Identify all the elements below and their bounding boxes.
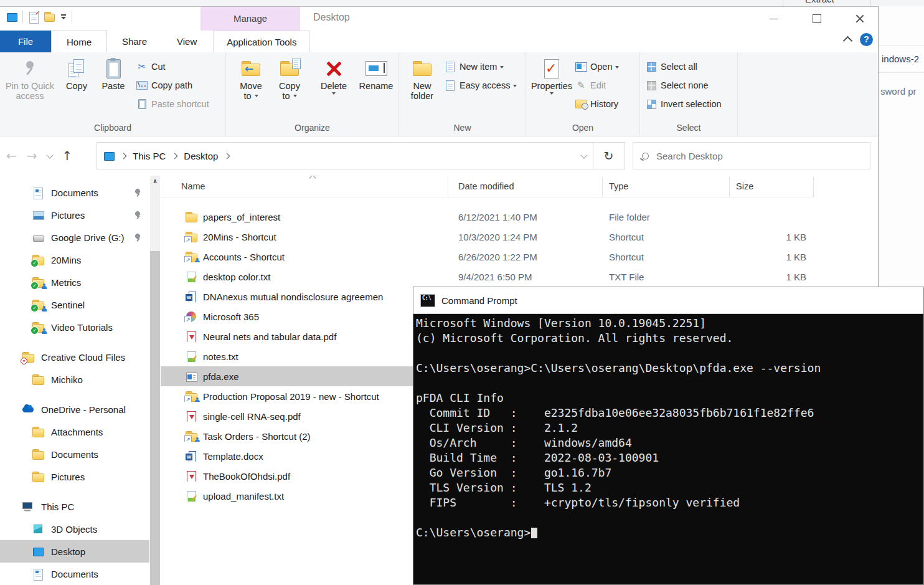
sidebar-item-label: Google Drive (G:) <box>51 232 125 243</box>
sidebar-item-3d-objects[interactable]: 3D Objects <box>0 518 149 540</box>
copy-button[interactable]: Copy <box>59 54 95 122</box>
rename-button[interactable]: Rename <box>356 54 397 122</box>
customize-qat-button[interactable] <box>60 13 67 21</box>
ribbon-group-clipboard: Pin to Quick access Copy Paste ✂ Cut <box>0 52 226 136</box>
collapse-ribbon-icon[interactable] <box>843 36 853 46</box>
window-title: Desktop <box>313 12 350 23</box>
sidebar-scrollbar[interactable]: ∧ <box>150 176 160 585</box>
folder-shortcut-icon: ↗ <box>186 232 198 242</box>
recent-locations-icon[interactable] <box>46 151 53 158</box>
command-prompt-title-bar[interactable]: Command Prompt <box>413 287 923 314</box>
sidebar-item-pictures[interactable]: Pictures <box>0 465 149 488</box>
open-button[interactable]: Open <box>575 59 619 74</box>
copy-path-button[interactable]: \.. Copy path <box>136 78 209 93</box>
copy-to-button[interactable]: Copy to <box>271 54 308 122</box>
invert-selection-button[interactable]: Invert selection <box>645 97 722 112</box>
file-row[interactable]: ↗20Mins - Shortcut10/3/2020 1:24 PMShort… <box>161 227 878 247</box>
sidebar-item-label: Video Tutorials <box>51 322 113 333</box>
tab-share[interactable]: Share <box>107 31 162 52</box>
sidebar-item-documents[interactable]: Documents <box>0 181 149 204</box>
ribbon-group-select: Select all Select none Invert selection … <box>640 52 738 136</box>
sidebar-item-creative-cloud-files[interactable]: ∞Creative Cloud Files <box>0 346 149 368</box>
divider <box>879 72 924 73</box>
sidebar-item-documents[interactable]: Documents <box>0 443 149 465</box>
tab-file[interactable]: File <box>0 31 51 52</box>
maximize-button[interactable] <box>810 12 824 26</box>
sidebar-item-label: Metrics <box>51 277 81 288</box>
search-box[interactable]: Search Desktop <box>633 142 870 169</box>
sidebar-item-onedrive-personal[interactable]: OneDrive - Personal <box>0 398 149 421</box>
forward-button[interactable]: → <box>27 148 37 163</box>
button-label: Copy <box>66 81 87 91</box>
properties-button[interactable]: ✓ Properties <box>529 54 575 122</box>
history-button[interactable]: History <box>575 97 619 112</box>
easy-access-button[interactable]: Easy access <box>444 78 517 93</box>
sidebar-item-documents[interactable]: Documents <box>0 563 149 585</box>
button-label: Select none <box>661 80 709 90</box>
file-name-cell: desktop color.txt <box>161 272 448 282</box>
select-all-button[interactable]: Select all <box>645 59 722 74</box>
sidebar-item-this-pc[interactable]: This PC <box>0 495 149 518</box>
file-name: Accounts - Shortcut <box>203 252 285 262</box>
new-folder-qat-button[interactable] <box>44 12 55 22</box>
column-header-name[interactable]: Name <box>161 177 448 197</box>
button-label: Invert selection <box>661 99 722 109</box>
breadcrumb-this-pc[interactable]: This PC <box>133 151 166 161</box>
sidebar-item-video-tutorials[interactable]: ✓Video Tutorials <box>0 316 149 338</box>
sidebar-item-label: 20Mins <box>51 255 81 265</box>
edit-button[interactable]: ✎ Edit <box>575 78 619 93</box>
move-to-button[interactable]: ← Move to <box>231 54 271 122</box>
help-button[interactable]: ? <box>860 33 873 46</box>
new-item-button[interactable]: New item <box>444 59 517 74</box>
back-button[interactable]: ← <box>6 148 17 163</box>
scroll-up-icon[interactable]: ∧ <box>150 177 160 186</box>
copy-path-icon: \.. <box>136 81 148 90</box>
shared-folder-shortcut-icon: ↗ <box>186 431 198 442</box>
new-folder-button[interactable]: New folder <box>403 54 441 122</box>
address-dropdown-icon[interactable] <box>580 151 587 158</box>
file-row[interactable]: papers_of_interest6/12/2021 1:40 PMFile … <box>161 207 878 227</box>
scrollbar-thumb[interactable] <box>150 251 160 585</box>
sidebar-item-sentinel[interactable]: ✓Sentinel <box>0 293 149 316</box>
sidebar-item-pictures[interactable]: Pictures <box>0 204 149 226</box>
minimize-button[interactable] <box>767 12 781 26</box>
breadcrumb-desktop[interactable]: Desktop <box>184 151 218 161</box>
delete-button[interactable]: Delete <box>312 54 356 122</box>
text-file-icon <box>186 272 198 282</box>
column-header-size[interactable]: Size <box>730 177 814 197</box>
pin-to-quick-access-button[interactable]: Pin to Quick access <box>1 54 59 122</box>
title-bar[interactable]: ✓ Manage Desktop <box>0 7 878 31</box>
file-name-cell: pfda.exe <box>161 371 448 382</box>
sidebar-item-google-drive-g-[interactable]: Google Drive (G:) <box>0 226 149 249</box>
refresh-button[interactable]: ↻ <box>593 142 625 169</box>
file-name-cell: ↗Task Orders - Shortcut (2) <box>161 431 448 442</box>
shared-folder-shortcut-icon: ↗ <box>186 252 198 262</box>
paste-shortcut-button[interactable]: Paste shortcut <box>136 97 209 112</box>
file-row[interactable]: ↗Accounts - Shortcut6/26/2020 1:22 PMSho… <box>161 247 878 267</box>
word-document-icon: W <box>186 451 198 462</box>
open-icon <box>575 62 587 72</box>
column-header-date[interactable]: Date modified <box>448 177 603 197</box>
sidebar-item-20mins[interactable]: ✓20Mins <box>0 249 149 271</box>
address-bar[interactable]: This PC Desktop <box>97 142 593 169</box>
sidebar-item-michiko[interactable]: Michiko <box>0 368 149 391</box>
ribbon-group-label: New <box>399 122 526 136</box>
close-button[interactable] <box>853 12 867 26</box>
cut-button[interactable]: ✂ Cut <box>136 59 209 74</box>
divider <box>72 11 72 23</box>
button-label: Edit <box>590 80 606 90</box>
tab-home[interactable]: Home <box>51 31 107 52</box>
sidebar-item-attachments[interactable]: Attachments <box>0 421 149 443</box>
tab-application-tools[interactable]: Application Tools <box>213 31 310 52</box>
tab-view[interactable]: View <box>162 31 212 52</box>
sidebar-item-desktop[interactable]: Desktop <box>0 540 149 563</box>
file-name: Neural nets and tabular data.pdf <box>203 331 336 342</box>
sidebar-item-metrics[interactable]: ✓Metrics <box>0 271 149 293</box>
column-header-type[interactable]: Type <box>603 177 730 197</box>
properties-qat-button[interactable]: ✓ <box>28 12 39 22</box>
file-name-cell: ↗Production Proposal 2019 - new - Shortc… <box>161 391 448 402</box>
select-none-button[interactable]: Select none <box>645 78 722 93</box>
paste-button[interactable]: Paste <box>95 54 132 122</box>
file-row[interactable]: desktop color.txt9/4/2021 6:50 PMTXT Fil… <box>161 267 878 287</box>
up-button[interactable]: ↑ <box>62 148 73 163</box>
